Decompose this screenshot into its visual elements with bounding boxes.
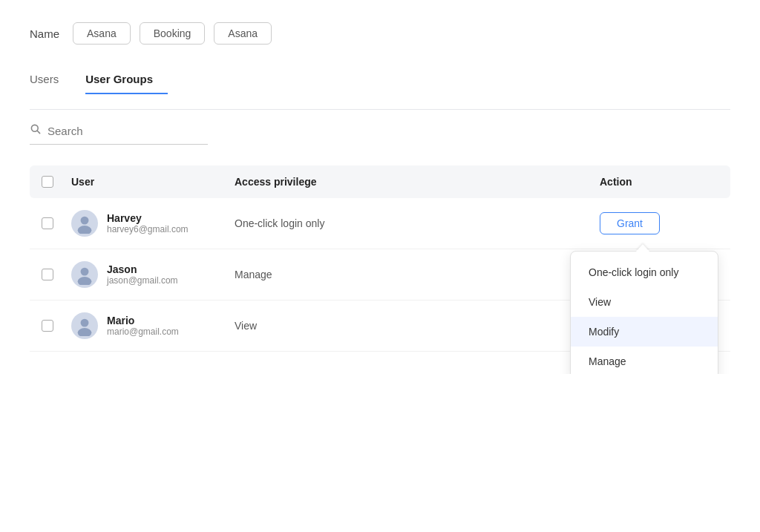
dropdown-item-view[interactable]: View — [571, 287, 718, 317]
user-info-mario: Mario mario@gmail.com — [71, 312, 235, 339]
user-name-mario: Mario — [107, 315, 179, 326]
row-checkbox-cell — [42, 269, 71, 280]
action-cell-harvey: Grant One-click login only View Modify M… — [600, 212, 718, 234]
access-harvey: One-click login only — [235, 217, 600, 229]
row-checkbox-cell — [42, 217, 71, 229]
user-email-jason: jason@gmail.com — [107, 275, 178, 286]
header-checkbox-cell — [42, 176, 71, 188]
search-input[interactable] — [48, 125, 208, 137]
search-row — [30, 123, 208, 145]
row-checkbox-jason[interactable] — [42, 269, 53, 280]
user-table: User Access privilege Action Harvey harv… — [30, 165, 730, 352]
row-checkbox-cell — [42, 320, 71, 332]
dropdown-item-manage[interactable]: Manage — [571, 347, 718, 374]
svg-point-5 — [78, 277, 92, 285]
avatar-harvey — [71, 210, 98, 237]
grant-button-harvey[interactable]: Grant — [600, 212, 660, 234]
name-label: Name — [30, 27, 59, 40]
dropdown-item-one-click[interactable]: One-click login only — [571, 257, 718, 287]
tabs: Users User Groups — [30, 65, 730, 94]
user-name-jason: Jason — [107, 263, 178, 275]
svg-point-3 — [78, 226, 92, 234]
user-name-harvey: Harvey — [107, 212, 189, 224]
access-mario: View — [235, 320, 600, 332]
svg-point-6 — [81, 319, 89, 327]
tab-divider — [30, 109, 730, 110]
table-header: User Access privilege Action — [30, 165, 730, 198]
access-jason: Manage — [235, 269, 600, 280]
dropdown-menu: One-click login only View Modify Manage — [570, 251, 718, 374]
avatar-mario — [71, 312, 98, 339]
svg-point-2 — [81, 217, 89, 225]
tab-user-groups[interactable]: User Groups — [85, 65, 168, 94]
row-checkbox-mario[interactable] — [42, 320, 53, 332]
name-row: Name Asana Booking Asana — [30, 22, 730, 45]
name-tag-asana-1[interactable]: Asana — [73, 22, 131, 45]
search-icon — [30, 123, 42, 138]
dropdown-arrow — [636, 244, 649, 252]
user-info-harvey: Harvey harvey6@gmail.com — [71, 210, 235, 237]
name-tag-asana-2[interactable]: Asana — [214, 22, 272, 45]
row-checkbox-harvey[interactable] — [42, 217, 53, 229]
tab-users[interactable]: Users — [30, 65, 73, 94]
user-email-harvey: harvey6@gmail.com — [107, 224, 189, 234]
dropdown-item-modify[interactable]: Modify — [571, 317, 718, 347]
name-tag-booking[interactable]: Booking — [140, 22, 206, 45]
header-access-privilege: Access privilege — [235, 176, 600, 188]
svg-point-7 — [78, 328, 92, 336]
user-email-mario: mario@gmail.com — [107, 326, 179, 337]
user-info-jason: Jason jason@gmail.com — [71, 261, 235, 288]
header-action: Action — [600, 176, 718, 188]
header-user: User — [71, 176, 235, 188]
table-row: Harvey harvey6@gmail.com One-click login… — [30, 198, 730, 249]
svg-line-1 — [37, 131, 40, 134]
select-all-checkbox[interactable] — [42, 176, 53, 188]
svg-point-4 — [81, 268, 89, 276]
avatar-jason — [71, 261, 98, 288]
